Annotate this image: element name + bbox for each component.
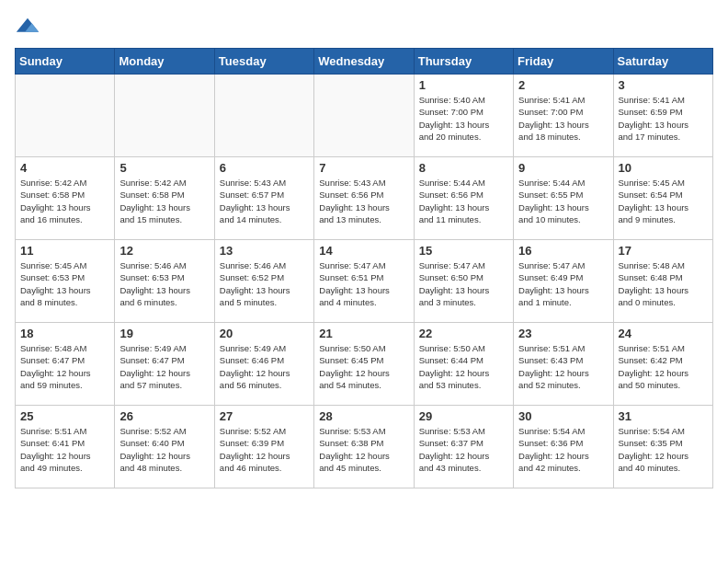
- calendar-cell: 26Sunrise: 5:52 AM Sunset: 6:40 PM Dayli…: [115, 406, 214, 488]
- day-info: Sunrise: 5:42 AM Sunset: 6:58 PM Dayligh…: [119, 177, 209, 225]
- day-info: Sunrise: 5:47 AM Sunset: 6:50 PM Dayligh…: [419, 259, 508, 308]
- day-info: Sunrise: 5:47 AM Sunset: 6:49 PM Dayligh…: [518, 259, 608, 308]
- day-info: Sunrise: 5:51 AM Sunset: 6:41 PM Dayligh…: [20, 425, 109, 474]
- calendar-cell: 9Sunrise: 5:44 AM Sunset: 6:55 PM Daylig…: [514, 157, 613, 240]
- day-number: 12: [119, 244, 209, 258]
- calendar-header-row: SundayMondayTuesdayWednesdayThursdayFrid…: [16, 49, 713, 75]
- day-number: 2: [518, 78, 608, 92]
- day-number: 1: [419, 78, 508, 92]
- day-info: Sunrise: 5:45 AM Sunset: 6:53 PM Dayligh…: [20, 259, 109, 308]
- day-number: 23: [518, 327, 608, 340]
- calendar-cell: 5Sunrise: 5:42 AM Sunset: 6:58 PM Daylig…: [115, 157, 214, 240]
- calendar-week-row: 11Sunrise: 5:45 AM Sunset: 6:53 PM Dayli…: [16, 240, 713, 323]
- logo: [15, 15, 44, 40]
- day-info: Sunrise: 5:50 AM Sunset: 6:45 PM Dayligh…: [319, 342, 408, 391]
- day-info: Sunrise: 5:51 AM Sunset: 6:43 PM Dayligh…: [518, 342, 608, 391]
- calendar-cell: 28Sunrise: 5:53 AM Sunset: 6:38 PM Dayli…: [314, 406, 414, 488]
- calendar-cell: 22Sunrise: 5:50 AM Sunset: 6:44 PM Dayli…: [414, 323, 513, 406]
- day-info: Sunrise: 5:52 AM Sunset: 6:40 PM Dayligh…: [119, 425, 209, 474]
- day-number: 10: [619, 161, 708, 175]
- day-number: 8: [419, 161, 508, 175]
- calendar-cell: [115, 75, 214, 157]
- day-info: Sunrise: 5:48 AM Sunset: 6:48 PM Dayligh…: [619, 259, 708, 308]
- day-number: 27: [220, 409, 309, 423]
- day-info: Sunrise: 5:42 AM Sunset: 6:58 PM Dayligh…: [20, 177, 109, 225]
- calendar-cell: 25Sunrise: 5:51 AM Sunset: 6:41 PM Dayli…: [16, 406, 115, 488]
- calendar-cell: 1Sunrise: 5:40 AM Sunset: 7:00 PM Daylig…: [414, 75, 513, 157]
- day-info: Sunrise: 5:46 AM Sunset: 6:52 PM Dayligh…: [220, 259, 309, 308]
- column-header-tuesday: Tuesday: [214, 49, 313, 75]
- day-number: 19: [119, 327, 209, 340]
- calendar-cell: [314, 75, 414, 157]
- day-info: Sunrise: 5:53 AM Sunset: 6:38 PM Dayligh…: [319, 425, 408, 474]
- day-number: 7: [319, 161, 408, 175]
- calendar-cell: 10Sunrise: 5:45 AM Sunset: 6:54 PM Dayli…: [613, 157, 712, 240]
- calendar-cell: 2Sunrise: 5:41 AM Sunset: 7:00 PM Daylig…: [514, 75, 613, 157]
- day-number: 31: [619, 409, 708, 423]
- column-header-sunday: Sunday: [16, 49, 115, 75]
- day-info: Sunrise: 5:53 AM Sunset: 6:37 PM Dayligh…: [419, 425, 508, 474]
- calendar-week-row: 4Sunrise: 5:42 AM Sunset: 6:58 PM Daylig…: [16, 157, 713, 240]
- calendar-cell: 12Sunrise: 5:46 AM Sunset: 6:53 PM Dayli…: [115, 240, 214, 323]
- calendar-cell: 3Sunrise: 5:41 AM Sunset: 6:59 PM Daylig…: [613, 75, 712, 157]
- calendar-cell: 4Sunrise: 5:42 AM Sunset: 6:58 PM Daylig…: [16, 157, 115, 240]
- calendar-week-row: 18Sunrise: 5:48 AM Sunset: 6:47 PM Dayli…: [16, 323, 713, 406]
- calendar-cell: [16, 75, 115, 157]
- day-info: Sunrise: 5:48 AM Sunset: 6:47 PM Dayligh…: [20, 342, 109, 391]
- column-header-saturday: Saturday: [613, 49, 712, 75]
- logo-icon: [15, 15, 40, 40]
- calendar-cell: 19Sunrise: 5:49 AM Sunset: 6:47 PM Dayli…: [115, 323, 214, 406]
- day-info: Sunrise: 5:44 AM Sunset: 6:56 PM Dayligh…: [419, 177, 508, 225]
- day-number: 28: [319, 409, 408, 423]
- day-info: Sunrise: 5:41 AM Sunset: 7:00 PM Dayligh…: [518, 94, 608, 143]
- day-number: 29: [419, 409, 508, 423]
- calendar-cell: 8Sunrise: 5:44 AM Sunset: 6:56 PM Daylig…: [414, 157, 513, 240]
- day-info: Sunrise: 5:43 AM Sunset: 6:57 PM Dayligh…: [220, 177, 309, 225]
- day-info: Sunrise: 5:41 AM Sunset: 6:59 PM Dayligh…: [619, 94, 708, 143]
- day-number: 20: [220, 327, 309, 340]
- day-info: Sunrise: 5:44 AM Sunset: 6:55 PM Dayligh…: [518, 177, 608, 225]
- calendar-week-row: 25Sunrise: 5:51 AM Sunset: 6:41 PM Dayli…: [16, 406, 713, 488]
- column-header-monday: Monday: [115, 49, 214, 75]
- calendar-cell: [214, 75, 313, 157]
- day-info: Sunrise: 5:49 AM Sunset: 6:47 PM Dayligh…: [119, 342, 209, 391]
- day-number: 11: [20, 244, 109, 258]
- day-number: 30: [518, 409, 608, 423]
- column-header-wednesday: Wednesday: [314, 49, 414, 75]
- calendar-cell: 11Sunrise: 5:45 AM Sunset: 6:53 PM Dayli…: [16, 240, 115, 323]
- column-header-thursday: Thursday: [414, 49, 513, 75]
- calendar-week-row: 1Sunrise: 5:40 AM Sunset: 7:00 PM Daylig…: [16, 75, 713, 157]
- day-number: 16: [518, 244, 608, 258]
- day-info: Sunrise: 5:50 AM Sunset: 6:44 PM Dayligh…: [419, 342, 508, 391]
- day-info: Sunrise: 5:54 AM Sunset: 6:36 PM Dayligh…: [518, 425, 608, 474]
- calendar-cell: 7Sunrise: 5:43 AM Sunset: 6:56 PM Daylig…: [314, 157, 414, 240]
- day-info: Sunrise: 5:45 AM Sunset: 6:54 PM Dayligh…: [619, 177, 708, 225]
- calendar-cell: 17Sunrise: 5:48 AM Sunset: 6:48 PM Dayli…: [613, 240, 712, 323]
- day-number: 21: [319, 327, 408, 340]
- calendar-cell: 21Sunrise: 5:50 AM Sunset: 6:45 PM Dayli…: [314, 323, 414, 406]
- page-header: [15, 15, 713, 40]
- calendar-cell: 29Sunrise: 5:53 AM Sunset: 6:37 PM Dayli…: [414, 406, 513, 488]
- day-number: 17: [619, 244, 708, 258]
- day-number: 13: [220, 244, 309, 258]
- day-info: Sunrise: 5:43 AM Sunset: 6:56 PM Dayligh…: [319, 177, 408, 225]
- day-number: 4: [20, 161, 109, 175]
- day-number: 14: [319, 244, 408, 258]
- day-info: Sunrise: 5:47 AM Sunset: 6:51 PM Dayligh…: [319, 259, 408, 308]
- calendar-cell: 24Sunrise: 5:51 AM Sunset: 6:42 PM Dayli…: [613, 323, 712, 406]
- day-number: 24: [619, 327, 708, 340]
- calendar-cell: 13Sunrise: 5:46 AM Sunset: 6:52 PM Dayli…: [214, 240, 313, 323]
- day-info: Sunrise: 5:54 AM Sunset: 6:35 PM Dayligh…: [619, 425, 708, 474]
- day-info: Sunrise: 5:46 AM Sunset: 6:53 PM Dayligh…: [119, 259, 209, 308]
- day-number: 3: [619, 78, 708, 92]
- day-info: Sunrise: 5:40 AM Sunset: 7:00 PM Dayligh…: [419, 94, 508, 143]
- calendar-cell: 27Sunrise: 5:52 AM Sunset: 6:39 PM Dayli…: [214, 406, 313, 488]
- calendar-cell: 15Sunrise: 5:47 AM Sunset: 6:50 PM Dayli…: [414, 240, 513, 323]
- day-info: Sunrise: 5:51 AM Sunset: 6:42 PM Dayligh…: [619, 342, 708, 391]
- calendar-cell: 31Sunrise: 5:54 AM Sunset: 6:35 PM Dayli…: [613, 406, 712, 488]
- calendar-cell: 23Sunrise: 5:51 AM Sunset: 6:43 PM Dayli…: [514, 323, 613, 406]
- day-number: 26: [119, 409, 209, 423]
- calendar-cell: 14Sunrise: 5:47 AM Sunset: 6:51 PM Dayli…: [314, 240, 414, 323]
- calendar-table: SundayMondayTuesdayWednesdayThursdayFrid…: [15, 48, 713, 488]
- day-number: 25: [20, 409, 109, 423]
